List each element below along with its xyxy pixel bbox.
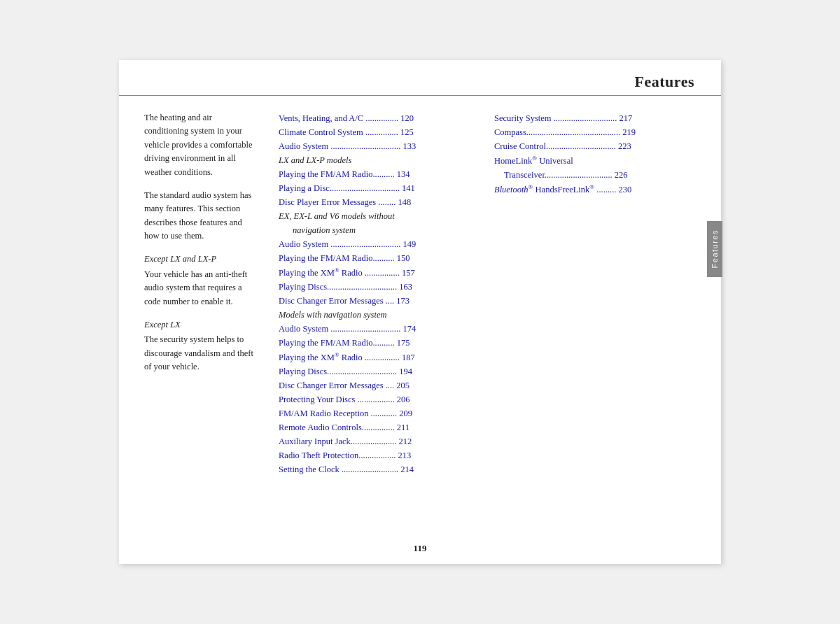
toc-link-disc-error-148[interactable]: Disc Player Error Messages ........ 148 xyxy=(279,195,476,209)
toc-link-clock-214[interactable]: Setting the Clock ......................… xyxy=(279,462,476,476)
intro-paragraph-1: The heating and air conditioning system … xyxy=(144,111,253,179)
right-column: Security System ........................… xyxy=(483,111,651,530)
toc-link-disc-141[interactable]: Playing a Disc..........................… xyxy=(279,181,476,195)
page-number: 119 xyxy=(119,537,721,564)
side-tab-label: Features xyxy=(710,229,719,268)
toc-link-fm-150[interactable]: Playing the FM/AM Radio.......... 150 xyxy=(279,251,476,265)
toc-section-ex-nav: navigation system xyxy=(279,223,476,237)
toc-link-audio-174[interactable]: Audio System ...........................… xyxy=(279,322,476,336)
toc-link-climate[interactable]: Climate Control System ............... 1… xyxy=(279,125,476,139)
toc-link-xm-157[interactable]: Playing the XM® Radio ................ 1… xyxy=(279,265,476,280)
toc-link-audio-149[interactable]: Audio System ...........................… xyxy=(279,237,476,251)
toc-link-discs-194[interactable]: Playing Discs...........................… xyxy=(279,364,476,378)
toc-section-nav: Models with navigation system xyxy=(279,308,476,322)
page: Features The heating and air conditionin… xyxy=(119,60,721,564)
toc-link-transceiver-226[interactable]: Transceiver.............................… xyxy=(494,168,644,182)
toc-link-aux-212[interactable]: Auxiliary Input Jack....................… xyxy=(279,434,476,448)
page-body: The heating and air conditioning system … xyxy=(119,96,721,537)
section2-heading: Except LX xyxy=(144,318,253,332)
toc-link-compass-219[interactable]: Compass.................................… xyxy=(494,125,644,139)
side-tab: Features xyxy=(707,221,722,277)
section1-heading: Except LX and LX-P xyxy=(144,253,253,266)
page-header: Features xyxy=(119,60,721,96)
toc-link-security-217[interactable]: Security System ........................… xyxy=(494,111,644,125)
toc-link-remote-211[interactable]: Remote Audio Controls............... 211 xyxy=(279,420,476,434)
toc-link-fm-134[interactable]: Playing the FM/AM Radio.......... 134 xyxy=(279,167,476,181)
left-column: The heating and air conditioning system … xyxy=(119,111,266,530)
toc-link-vents[interactable]: Vents, Heating, and A/C ............... … xyxy=(279,111,476,125)
toc-link-fmam-209[interactable]: FM/AM Radio Reception ............ 209 xyxy=(279,406,476,420)
toc-link-audio-133[interactable]: Audio System ...........................… xyxy=(279,139,476,153)
mid-column: Vents, Heating, and A/C ............... … xyxy=(266,111,483,530)
section2-text: The security system helps to discourage … xyxy=(144,333,253,374)
toc-section-ex: EX, EX-L and V6 models without xyxy=(279,209,476,223)
toc-link-xm-187[interactable]: Playing the XM® Radio ................ 1… xyxy=(279,350,476,364)
intro-paragraph-2: The standard audio system has many featu… xyxy=(144,189,253,243)
toc-link-theft-213[interactable]: Radio Theft Protection................. … xyxy=(279,448,476,462)
toc-section-lxp: LX and LX-P models xyxy=(279,153,476,167)
page-title: Features xyxy=(635,73,694,91)
toc-link-bluetooth-230[interactable]: Bluetooth® HandsFreeLink® ......... 230 xyxy=(494,182,644,197)
toc-link-fm-175[interactable]: Playing the FM/AM Radio.......... 175 xyxy=(279,336,476,350)
toc-link-protecting-206[interactable]: Protecting Your Discs ................. … xyxy=(279,392,476,406)
toc-link-cruise-223[interactable]: Cruise Control..........................… xyxy=(494,139,644,153)
section1-text: Your vehicle has an anti-theft audio sys… xyxy=(144,268,253,309)
toc-link-changer-error-173[interactable]: Disc Changer Error Messages .... 173 xyxy=(279,294,476,308)
toc-link-changer-error-205[interactable]: Disc Changer Error Messages .... 205 xyxy=(279,378,476,392)
toc-link-homelink[interactable]: HomeLink® Universal xyxy=(494,153,644,168)
toc-link-discs-163[interactable]: Playing Discs...........................… xyxy=(279,280,476,294)
